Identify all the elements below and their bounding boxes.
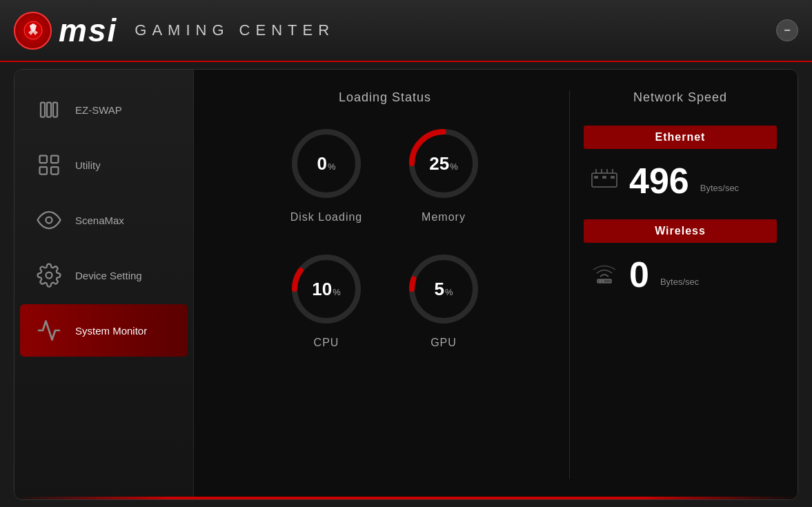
ethernet-speed-row: 496 Bytes/sec — [584, 163, 777, 199]
disk-gauge-value: 0% — [317, 153, 335, 175]
sidebar-item-device-setting[interactable]: Device Setting — [20, 249, 188, 301]
gpu-gauge-value: 5% — [434, 279, 453, 300]
sidebar-item-utility[interactable]: Utility — [20, 139, 188, 191]
sidebar-item-ez-swap[interactable]: EZ-SWAP — [20, 83, 188, 136]
svg-point-9 — [46, 272, 52, 279]
disk-gauge-item: 0% Disk Loading — [288, 126, 364, 223]
wireless-speed-row: 0 Bytes/sec — [584, 257, 777, 292]
main-content: EZ-SWAP Utility ScenaMax — [14, 69, 798, 500]
loading-status-title: Loading Status — [339, 90, 431, 105]
wireless-unit: Bytes/sec — [660, 277, 699, 292]
svg-rect-4 — [40, 156, 48, 163]
wireless-icon — [591, 261, 618, 288]
svg-rect-6 — [40, 167, 48, 175]
sidebar-label-utility: Utility — [75, 159, 101, 171]
wireless-value: 0 — [629, 257, 649, 292]
dragon-icon — [14, 12, 52, 50]
gpu-gauge-label: GPU — [430, 337, 457, 349]
svg-point-8 — [46, 217, 52, 223]
memory-gauge-value: 25% — [429, 153, 457, 175]
gpu-gauge-item: 5% GPU — [406, 251, 482, 349]
loading-status-section: Loading Status 0% — [215, 90, 555, 479]
main-panel: Loading Status 0% — [194, 70, 798, 499]
svg-rect-23 — [594, 176, 598, 179]
sidebar-label-ez-swap: EZ-SWAP — [75, 104, 122, 116]
svg-rect-3 — [53, 103, 57, 117]
gauges-grid: 0% Disk Loading 25% — [288, 126, 482, 349]
disk-gauge-circle: 0% — [288, 126, 364, 201]
grid-icon — [35, 151, 63, 179]
logo-subtitle-text: GAMING CENTER — [135, 21, 335, 39]
svg-point-28 — [602, 280, 604, 281]
svg-rect-24 — [602, 176, 606, 179]
cpu-gauge-circle: 10% — [288, 251, 364, 327]
cpu-gauge-label: CPU — [314, 337, 339, 349]
svg-rect-18 — [592, 173, 617, 187]
title-bar: msi GAMING CENTER − — [0, 0, 812, 62]
sidebar-label-system-monitor: System Monitor — [75, 325, 147, 337]
ethernet-icon — [591, 168, 618, 195]
svg-point-27 — [600, 280, 601, 281]
bars-icon — [35, 96, 63, 123]
gear-icon — [35, 261, 63, 289]
svg-rect-1 — [41, 103, 45, 117]
monitor-icon — [35, 317, 63, 344]
sidebar-label-scenamax: ScenaMax — [75, 215, 124, 226]
memory-gauge-circle: 25% — [406, 126, 482, 201]
wireless-header: Wireless — [584, 219, 777, 243]
disk-gauge-label: Disk Loading — [290, 211, 363, 223]
cpu-gauge-value: 10% — [312, 279, 340, 300]
minimize-button[interactable]: − — [776, 19, 798, 41]
sidebar-item-system-monitor[interactable]: System Monitor — [20, 304, 188, 357]
eye-icon — [35, 206, 63, 234]
ethernet-unit: Bytes/sec — [700, 183, 739, 199]
ethernet-value: 496 — [629, 163, 689, 199]
cpu-gauge-item: 10% CPU — [288, 251, 364, 349]
sidebar-item-scenamax[interactable]: ScenaMax — [20, 194, 188, 246]
memory-gauge-item: 25% Memory — [406, 126, 482, 223]
gpu-gauge-circle: 5% — [406, 251, 482, 327]
network-speed-section: Network Speed Ethernet — [584, 90, 777, 479]
msi-logo: msi GAMING CENTER — [14, 12, 335, 50]
network-speed-title: Network Speed — [633, 90, 727, 105]
svg-rect-25 — [611, 176, 615, 179]
wireless-block: Wireless 0 — [584, 219, 777, 292]
sidebar-label-device-setting: Device Setting — [75, 270, 142, 281]
memory-gauge-label: Memory — [422, 211, 466, 223]
sidebar: EZ-SWAP Utility ScenaMax — [14, 70, 194, 499]
svg-rect-2 — [47, 103, 51, 117]
ethernet-block: Ethernet 496 — [584, 126, 777, 199]
logo-msi-text: msi — [59, 12, 117, 49]
section-divider — [569, 90, 570, 479]
svg-rect-7 — [51, 167, 59, 175]
svg-rect-5 — [51, 156, 59, 163]
ethernet-header: Ethernet — [584, 126, 777, 149]
